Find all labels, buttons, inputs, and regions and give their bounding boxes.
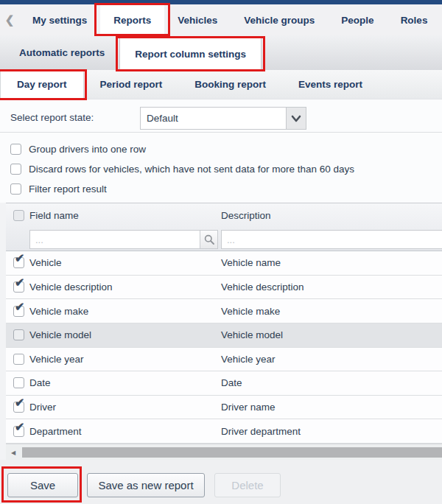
main-tab-bar: ❮ My settings Reports Vehicles Vehicle g… [0,4,442,35]
tab-label: Roles [401,15,428,26]
field-name-cell: Driver [29,402,56,413]
table-row-vehicle[interactable]: ✔ Vehicle Vehicle name [6,251,442,276]
search-button[interactable] [200,231,217,248]
tab-label: Vehicle groups [244,15,315,26]
row-checkbox-checked[interactable]: ✔ [13,426,24,437]
check-icon: ✔ [15,253,24,265]
tab-label: People [341,15,373,26]
table-row-vehicle-description[interactable]: ✔ Vehicle description Vehicle descriptio… [6,276,442,300]
dropdown-button[interactable] [286,108,306,129]
option-label: Discard rows for vehicles, which have no… [29,164,354,175]
tab-vehicles[interactable]: Vehicles [164,4,231,35]
table-row-date[interactable]: Date Date [6,371,442,396]
tab-automatic-reports[interactable]: Automatic reports [4,35,119,70]
row-checkbox-checked[interactable]: ✔ [13,281,24,293]
field-name-cell: Vehicle [29,257,62,268]
tab-roles[interactable]: Roles [387,4,441,35]
option-label: Group drivers into one row [29,144,146,155]
checkbox-unchecked[interactable] [10,164,21,175]
row-checkbox-unchecked[interactable] [13,354,24,365]
report-state-label: Select report state: [10,112,94,123]
tab-booking-report[interactable]: Booking report [178,70,282,99]
table-filter-row [6,228,442,252]
field-name-cell: Department [29,426,82,437]
description-filter [221,230,442,249]
field-name-cell: Vehicle make [29,306,88,317]
description-cell: Vehicle make [221,306,280,317]
field-name-cell: Vehicle model [29,329,91,340]
description-cell: Vehicle model [221,329,283,340]
tab-events-report[interactable]: Events report [282,70,379,99]
tab-label: Reports [113,15,151,26]
checkbox-unchecked[interactable] [10,183,21,195]
scrollbar-thumb[interactable] [22,447,442,458]
row-checkbox-unchecked[interactable] [13,329,24,340]
save-button[interactable]: Save [7,473,78,497]
table-row-vehicle-year[interactable]: Vehicle year Vehicle year [6,348,442,372]
description-filter-input[interactable] [222,231,442,248]
tab-label: Vehicles [178,15,217,26]
chevron-left-icon: ❮ [5,13,15,27]
column-header-field-name: Field name [29,210,79,221]
option-discard-rows[interactable]: Discard rows for vehicles, which have no… [10,161,438,177]
row-checkbox-checked[interactable]: ✔ [13,306,24,317]
check-icon: ✔ [15,421,24,433]
tab-day-report[interactable]: Day report [0,70,84,99]
tab-vehicle-groups[interactable]: Vehicle groups [231,4,328,35]
select-all-checkbox[interactable] [13,210,24,221]
reports-sub-tab-bar: Automatic reports Report column settings [0,35,442,70]
field-name-cell: Date [29,377,51,388]
description-cell: Driver department [221,426,301,437]
column-header-description: Description [221,210,271,221]
description-cell: Driver name [221,402,276,413]
field-name-cell: Vehicle description [29,281,113,293]
tab-reports[interactable]: Reports [100,4,164,35]
description-cell: Vehicle year [221,354,276,365]
tab-people[interactable]: People [328,4,387,35]
field-name-filter [29,230,218,249]
search-icon [204,234,214,245]
row-checkbox-unchecked[interactable] [13,377,24,388]
field-name-filter-input[interactable] [30,231,200,248]
row-checkbox-checked[interactable]: ✔ [13,402,24,413]
tab-label: Period report [100,79,163,90]
scroll-tabs-left-button[interactable]: ❮ [0,4,19,35]
check-icon: ✔ [15,397,24,409]
table-row-department[interactable]: ✔ Department Driver department [6,419,442,444]
save-as-new-report-button[interactable]: Save as new report [87,473,205,497]
row-checkbox-checked[interactable]: ✔ [13,257,24,268]
description-cell: Date [221,377,242,388]
section-divider [0,132,442,133]
chevron-down-icon [290,113,302,124]
check-icon: ✔ [15,301,24,313]
tab-period-report[interactable]: Period report [84,70,179,99]
delete-button: Delete [214,473,281,497]
report-state-value: Default [141,108,286,129]
tab-label: Day report [17,79,67,90]
tab-label: Automatic reports [19,47,105,58]
table-row-vehicle-model[interactable]: Vehicle model Vehicle model [6,323,442,348]
tab-label: Booking report [194,79,266,90]
tab-report-column-settings[interactable]: Report column settings [119,38,262,70]
table-row-driver[interactable]: ✔ Driver Driver name [6,396,442,420]
option-group-drivers[interactable]: Group drivers into one row [10,141,438,157]
table-left-gutter [0,203,6,460]
horizontal-scrollbar[interactable]: ◀ [6,444,442,460]
check-icon: ✔ [15,277,24,289]
scroll-left-button[interactable]: ◀ [7,447,19,458]
option-label: Filter report result [29,183,107,195]
tab-label: Events report [298,79,362,90]
report-type-tab-bar: Day report Period report Booking report … [0,70,442,99]
description-cell: Vehicle description [221,281,304,293]
table-row-vehicle-make[interactable]: ✔ Vehicle make Vehicle make [6,299,442,323]
tab-my-settings[interactable]: My settings [19,4,100,35]
tab-label: Report column settings [135,49,246,60]
triangle-left-icon: ◀ [11,449,15,456]
description-cell: Vehicle name [221,257,281,268]
report-state-select[interactable]: Default [140,107,306,130]
table-header: Field name Description [6,203,442,251]
table-body: ✔ Vehicle Vehicle name ✔ Vehicle descrip… [6,251,442,444]
checkbox-unchecked[interactable] [10,144,21,155]
field-name-cell: Vehicle year [29,354,84,365]
option-filter-result[interactable]: Filter report result [10,181,438,197]
